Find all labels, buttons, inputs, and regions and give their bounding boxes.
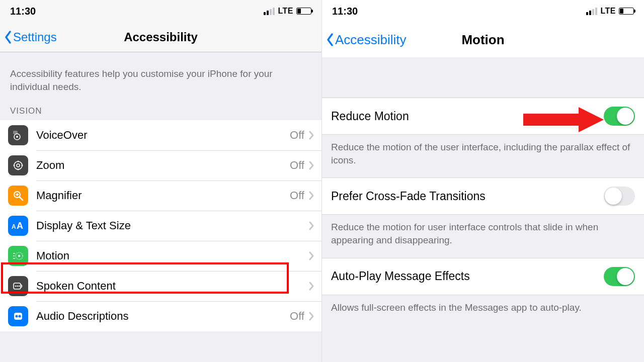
back-button[interactable]: Settings xyxy=(0,30,57,44)
svg-point-26 xyxy=(19,315,21,318)
section-header-vision: VISION xyxy=(0,100,321,120)
screen-motion: 11:30 LTE Accessibility Motion Reduce Mo… xyxy=(322,0,644,362)
row-label: Spoken Content xyxy=(36,280,308,293)
row-label: VoiceOver xyxy=(36,129,290,142)
voiceover-icon xyxy=(8,125,28,145)
nav-bar: Accessibility Motion xyxy=(322,22,644,57)
desc-autoplay: Allows full-screen effects in the Messag… xyxy=(322,295,644,325)
intro-text: Accessibility features help you customis… xyxy=(0,52,321,100)
svg-point-3 xyxy=(14,161,22,169)
svg-marker-28 xyxy=(579,107,604,132)
row-autoplay[interactable]: Auto-Play Message Effects xyxy=(322,258,644,295)
back-label: Settings xyxy=(13,30,57,44)
network-label: LTE xyxy=(600,7,616,16)
page-title: Motion xyxy=(461,32,504,48)
row-status: Off xyxy=(290,310,304,323)
vision-list: VoiceOver Off Zoom Off Magnifier Off xyxy=(0,120,321,331)
row-label: Prefer Cross-Fade Transitions xyxy=(331,190,604,203)
row-label: Auto-Play Message Effects xyxy=(331,269,604,283)
group-autoplay: Auto-Play Message Effects xyxy=(322,258,644,295)
status-time: 11:30 xyxy=(10,6,36,17)
row-status: Off xyxy=(290,129,304,142)
magnifier-icon xyxy=(8,186,28,206)
chevron-right-icon xyxy=(308,251,314,261)
row-label: Motion xyxy=(36,249,308,262)
back-button[interactable]: Accessibility xyxy=(322,32,407,48)
svg-point-22 xyxy=(17,286,18,287)
status-indicators: LTE xyxy=(264,7,311,16)
row-magnifier[interactable]: Magnifier Off xyxy=(0,180,321,211)
status-bar: 11:30 LTE xyxy=(0,0,321,22)
chevron-right-icon xyxy=(308,160,314,170)
nav-bar: Settings Accessibility xyxy=(0,22,321,52)
screen-accessibility: 11:30 LTE Settings Accessibility Accessi… xyxy=(0,0,322,362)
group-crossfade: Prefer Cross-Fade Transitions xyxy=(322,177,644,215)
svg-point-21 xyxy=(15,286,17,287)
row-zoom[interactable]: Zoom Off xyxy=(0,150,321,180)
chevron-left-icon xyxy=(326,33,334,47)
svg-point-7 xyxy=(14,165,15,166)
desc-reduce-motion: Reduce the motion of the user interface,… xyxy=(322,135,644,177)
row-label: Magnifier xyxy=(36,189,290,202)
svg-point-8 xyxy=(22,165,23,166)
status-indicators: LTE xyxy=(586,7,634,16)
audio-descriptions-icon xyxy=(8,306,28,326)
battery-icon xyxy=(619,8,634,15)
row-label: Zoom xyxy=(36,159,290,172)
row-label: Audio Descriptions xyxy=(36,310,290,323)
svg-text:A: A xyxy=(12,223,16,230)
row-audio-descriptions[interactable]: Audio Descriptions Off xyxy=(0,301,321,331)
row-status: Off xyxy=(290,189,304,202)
zoom-icon xyxy=(8,155,28,175)
page-title: Accessibility xyxy=(124,30,198,44)
annotation-arrow xyxy=(523,105,614,135)
chevron-right-icon xyxy=(308,281,314,291)
svg-rect-24 xyxy=(14,313,22,320)
signal-icon xyxy=(264,7,275,15)
display-text-icon: AA xyxy=(8,216,28,236)
back-label: Accessibility xyxy=(335,32,407,48)
toggle-autoplay[interactable] xyxy=(604,267,635,286)
svg-point-2 xyxy=(16,136,18,138)
chevron-right-icon xyxy=(308,130,314,140)
motion-icon xyxy=(8,246,28,266)
svg-text:A: A xyxy=(17,221,23,231)
svg-rect-27 xyxy=(523,114,579,126)
row-spoken-content[interactable]: Spoken Content xyxy=(0,271,321,301)
svg-point-4 xyxy=(17,164,20,167)
status-time: 11:30 xyxy=(332,6,358,17)
svg-point-23 xyxy=(19,286,20,287)
battery-icon xyxy=(296,8,311,15)
row-label: Display & Text Size xyxy=(36,219,308,232)
chevron-left-icon xyxy=(4,30,12,44)
chevron-right-icon xyxy=(308,311,314,321)
row-display-text-size[interactable]: AA Display & Text Size xyxy=(0,211,321,241)
row-motion[interactable]: Motion xyxy=(0,241,321,271)
network-label: LTE xyxy=(278,7,293,16)
svg-point-6 xyxy=(18,169,19,170)
svg-line-10 xyxy=(20,197,23,200)
desc-crossfade: Reduce the motion for user interface con… xyxy=(322,215,644,257)
svg-point-16 xyxy=(18,255,20,257)
chevron-right-icon xyxy=(308,191,314,201)
status-bar: 11:30 LTE xyxy=(322,0,644,22)
row-crossfade[interactable]: Prefer Cross-Fade Transitions xyxy=(322,178,644,214)
svg-point-25 xyxy=(16,315,18,318)
row-status: Off xyxy=(290,159,304,172)
chevron-right-icon xyxy=(308,221,314,231)
signal-icon xyxy=(586,7,597,15)
svg-point-5 xyxy=(18,161,19,162)
toggle-crossfade[interactable] xyxy=(604,187,635,206)
row-voiceover[interactable]: VoiceOver Off xyxy=(0,120,321,150)
spoken-content-icon xyxy=(8,276,28,296)
